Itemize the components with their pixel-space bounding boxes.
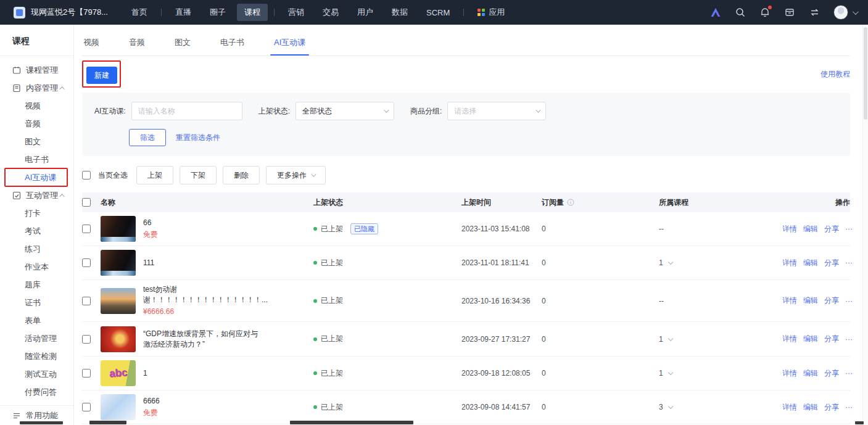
sidebar-item-paid-qa[interactable]: 付费问答 [0, 383, 73, 401]
sidebar-item-interact-manage[interactable]: 互动管理 [0, 186, 73, 204]
sidebar-item-questionbank[interactable]: 题库 [0, 276, 73, 294]
name-cell[interactable]: abc 1 [101, 357, 313, 390]
edit-link[interactable]: 编辑 [803, 368, 818, 379]
sidebar-item-test-interact[interactable]: 测试互动 [0, 365, 73, 383]
filter-button[interactable]: 筛选 [129, 129, 166, 146]
tab-video[interactable]: 视频 [82, 32, 101, 56]
row-checkbox[interactable] [82, 297, 91, 305]
row-checkbox[interactable] [82, 403, 91, 411]
name-cell[interactable]: 111 [101, 246, 313, 279]
sidebar-item-form[interactable]: 表单 [0, 312, 73, 329]
unpublish-button[interactable]: 下架 [180, 166, 217, 184]
sidebar-item-practice[interactable]: 练习 [0, 240, 73, 258]
more-actions-button[interactable]: 更多操作 [266, 166, 326, 184]
reset-filters-link[interactable]: 重置筛选条件 [176, 133, 220, 143]
tab-imagetext[interactable]: 图文 [173, 32, 192, 56]
sidebar-item-course-manage[interactable]: 课程管理 [0, 61, 73, 79]
row-actions: 详情 编辑 分享 ··· [782, 224, 853, 234]
workspace-name[interactable]: 现网蓝悦2号【7978... [31, 7, 108, 18]
menu-item-marketing[interactable]: 营销 [281, 4, 312, 21]
sidebar-item-certificate[interactable]: 证书 [0, 294, 73, 312]
workbench-icon[interactable] [784, 7, 795, 18]
share-link[interactable]: 分享 [824, 258, 839, 268]
more-ellipsis-link[interactable]: ··· [845, 258, 853, 267]
row-checkbox[interactable] [82, 369, 91, 378]
edit-link[interactable]: 编辑 [803, 224, 818, 234]
sidebar-item-audio[interactable]: 音频 [0, 115, 73, 133]
detail-link[interactable]: 详情 [782, 224, 797, 234]
menu-item-course[interactable]: 课程 [237, 4, 268, 21]
edit-link[interactable]: 编辑 [803, 402, 818, 413]
course-count[interactable]: 1 [659, 335, 782, 344]
sidebar-item-video[interactable]: 视频 [0, 97, 73, 115]
header-select-checkbox[interactable] [82, 198, 91, 207]
publish-button[interactable]: 上架 [136, 166, 173, 184]
info-icon[interactable] [567, 199, 574, 206]
edit-link[interactable]: 编辑 [803, 258, 818, 268]
share-link[interactable]: 分享 [824, 402, 839, 413]
edit-link[interactable]: 编辑 [803, 334, 818, 344]
sidebar-item-activity[interactable]: 活动管理 [0, 329, 73, 347]
detail-link[interactable]: 详情 [782, 368, 797, 379]
menu-item-data[interactable]: 数据 [384, 4, 415, 21]
menu-item-home[interactable]: 首页 [124, 4, 155, 21]
share-link[interactable]: 分享 [824, 334, 839, 344]
course-name-input[interactable] [131, 102, 242, 120]
more-ellipsis-link[interactable]: ··· [845, 335, 853, 344]
sidebar-item-checkin[interactable]: 打卡 [0, 204, 73, 222]
tab-ai-course[interactable]: AI互动课 [273, 32, 307, 56]
create-button[interactable]: 新建 [86, 67, 117, 84]
course-count[interactable]: 1 [659, 369, 782, 378]
scrollbar-thumb[interactable] [864, 27, 867, 120]
switch-account-icon[interactable] [809, 7, 820, 18]
sidebar-item-imagetext[interactable]: 图文 [0, 133, 73, 151]
account-menu[interactable] [833, 5, 857, 20]
detail-link[interactable]: 详情 [782, 295, 797, 306]
menu-item-user[interactable]: 用户 [350, 4, 381, 21]
status-select[interactable]: 全部状态 [296, 102, 394, 120]
detail-link[interactable]: 详情 [782, 402, 797, 413]
more-ellipsis-link[interactable]: ··· [845, 297, 853, 305]
name-cell[interactable]: test勿动谢 谢！！！！！！！！！！！！！！！... ¥6666.66 [101, 281, 313, 321]
share-link[interactable]: 分享 [824, 295, 839, 306]
name-cell[interactable]: 66 免费 [101, 212, 313, 246]
name-cell[interactable]: 6666 免费 [101, 390, 313, 424]
course-count[interactable]: 3 [659, 403, 782, 411]
brand-a-icon[interactable] [710, 7, 721, 18]
tab-ebook[interactable]: 电子书 [219, 32, 246, 56]
more-ellipsis-link[interactable]: ··· [845, 225, 853, 233]
hidden-badge: 已隐藏 [350, 223, 378, 234]
workspace-logo-icon[interactable] [14, 7, 25, 19]
share-link[interactable]: 分享 [824, 224, 839, 234]
sidebar-item-exam[interactable]: 考试 [0, 222, 73, 240]
menu-item-circle[interactable]: 圈子 [202, 4, 233, 21]
sidebar-item-workbook[interactable]: 作业本 [0, 258, 73, 276]
course-count[interactable]: 1 [659, 258, 782, 267]
row-checkbox[interactable] [82, 258, 91, 267]
sidebar-item-ebook[interactable]: 电子书 [0, 151, 73, 168]
search-icon[interactable] [735, 7, 746, 18]
more-ellipsis-link[interactable]: ··· [845, 369, 853, 378]
row-checkbox[interactable] [82, 335, 91, 344]
menu-item-apps[interactable]: 应用 [470, 4, 512, 21]
menu-item-live[interactable]: 直播 [168, 4, 199, 21]
row-checkbox[interactable] [82, 225, 91, 233]
select-all-checkbox[interactable] [82, 171, 91, 179]
detail-link[interactable]: 详情 [782, 258, 797, 268]
delete-button[interactable]: 删除 [223, 166, 260, 184]
share-link[interactable]: 分享 [824, 368, 839, 379]
tutorial-link[interactable]: 使用教程 [820, 69, 850, 80]
sidebar-item-ai-course[interactable]: AI互动课 [0, 168, 73, 186]
edit-link[interactable]: 编辑 [803, 295, 818, 306]
more-ellipsis-link[interactable]: ··· [845, 403, 853, 411]
sidebar-item-content-manage[interactable]: 内容管理 [0, 79, 73, 97]
sidebar-item-quiz[interactable]: 随堂检测 [0, 347, 73, 365]
notification-bell-icon[interactable] [759, 7, 771, 18]
scrollbar-track[interactable] [862, 25, 868, 425]
group-select[interactable]: 请选择 [447, 102, 546, 120]
menu-item-trade[interactable]: 交易 [315, 4, 346, 21]
tab-audio[interactable]: 音频 [128, 32, 146, 56]
detail-link[interactable]: 详情 [782, 334, 797, 344]
name-cell[interactable]: “GDP增速放缓背景下，如何应对与 激活经济新动力？” [101, 323, 313, 356]
menu-item-scrm[interactable]: SCRM [419, 5, 457, 20]
